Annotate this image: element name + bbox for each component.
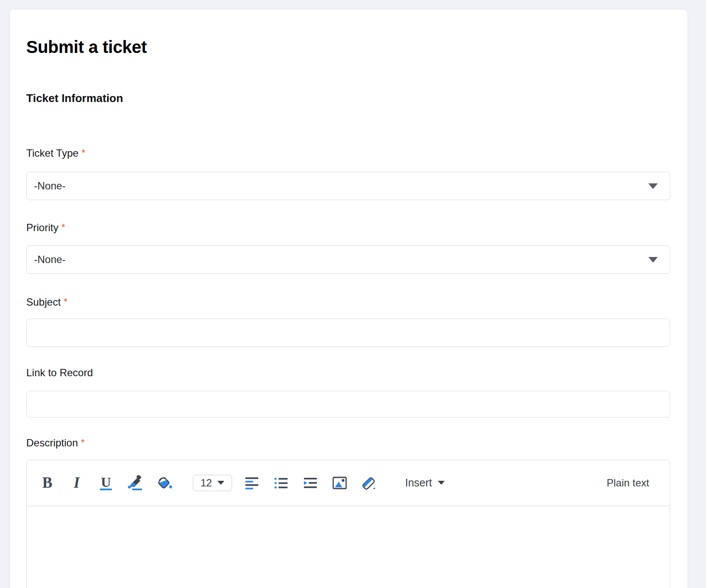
- align-left-icon: [244, 475, 260, 491]
- font-color-icon: [127, 475, 143, 491]
- chevron-down-icon: [217, 481, 224, 485]
- insert-image-button[interactable]: [330, 473, 349, 493]
- priority-selected-value: -None-: [34, 254, 65, 266]
- underline-color-bar: [100, 489, 112, 490]
- required-asterisk: *: [62, 222, 65, 232]
- bold-icon: B: [42, 475, 52, 491]
- ticket-type-selected-value: -None-: [34, 180, 65, 192]
- plain-text-toggle[interactable]: Plain text: [607, 477, 649, 489]
- background-color-icon: [156, 475, 173, 491]
- page-title: Submit a ticket: [26, 37, 670, 57]
- font-size-dropdown[interactable]: 12: [193, 475, 232, 491]
- description-label-text: Description: [26, 437, 78, 449]
- description-label: Description*: [26, 436, 670, 449]
- priority-label-text: Priority: [26, 222, 59, 233]
- priority-label: Priority*: [26, 221, 670, 234]
- italic-icon: I: [74, 475, 80, 491]
- bold-button[interactable]: B: [38, 473, 57, 493]
- required-asterisk: *: [81, 147, 85, 158]
- bullet-list-icon: [273, 475, 289, 491]
- description-rich-text-editor: B I U: [26, 460, 670, 588]
- font-color-button[interactable]: [126, 473, 145, 493]
- required-asterisk: *: [64, 296, 68, 307]
- insert-menu-button[interactable]: Insert: [405, 477, 445, 489]
- insert-image-icon: [331, 475, 348, 491]
- chevron-down-icon: [648, 257, 658, 263]
- priority-select[interactable]: -None-: [26, 245, 670, 274]
- underline-icon: U: [101, 476, 111, 489]
- submit-ticket-card: Submit a ticket Ticket Information Ticke…: [9, 9, 688, 588]
- eraser-icon: [361, 475, 377, 491]
- ticket-type-select[interactable]: -None-: [26, 172, 670, 200]
- chevron-down-icon: [648, 183, 658, 189]
- link-to-record-label: Link to Record: [26, 366, 670, 379]
- font-size-value: 12: [201, 477, 212, 489]
- underline-button[interactable]: U: [96, 473, 115, 493]
- insert-menu-label: Insert: [405, 477, 432, 489]
- section-heading-ticket-information: Ticket Information: [26, 91, 670, 105]
- subject-label-text: Subject: [26, 296, 61, 308]
- bullet-list-button[interactable]: [272, 473, 291, 493]
- chevron-down-icon: [438, 481, 445, 485]
- indent-icon: [303, 475, 318, 491]
- ticket-type-label-text: Ticket Type: [26, 147, 78, 159]
- required-asterisk: *: [81, 437, 85, 448]
- ticket-type-label: Ticket Type*: [26, 146, 670, 160]
- editor-toolbar: B I U: [27, 460, 670, 506]
- align-left-button[interactable]: [242, 473, 261, 493]
- italic-button[interactable]: I: [67, 473, 86, 493]
- description-editor-content[interactable]: [27, 506, 670, 588]
- link-to-record-label-text: Link to Record: [26, 367, 93, 378]
- background-color-button[interactable]: [155, 473, 174, 493]
- indent-button[interactable]: [301, 473, 320, 493]
- link-to-record-input[interactable]: [26, 391, 670, 418]
- subject-input[interactable]: [26, 319, 670, 347]
- subject-label: Subject*: [26, 295, 670, 309]
- clear-format-button[interactable]: [359, 473, 378, 493]
